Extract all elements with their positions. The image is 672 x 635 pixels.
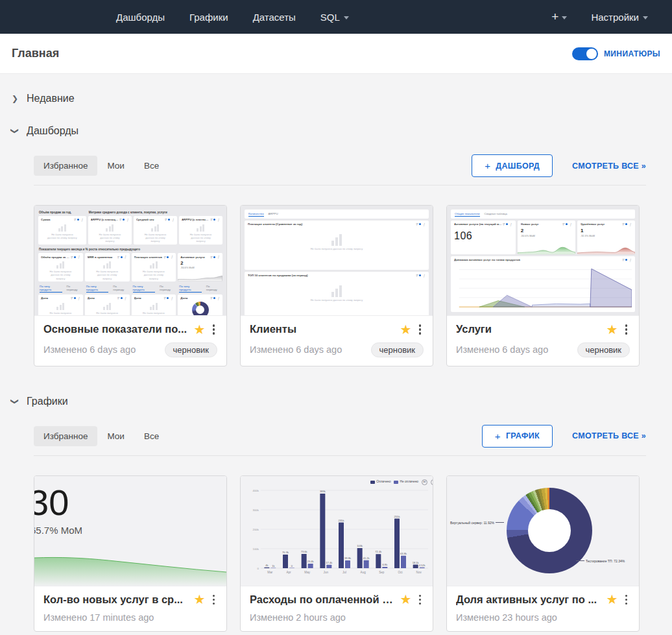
chart-card-title[interactable]: Кол-во новых услуг в ср... xyxy=(43,593,187,606)
svg-text:Oct: Oct xyxy=(398,571,403,574)
kebab-icon xyxy=(217,296,220,300)
card-menu-button[interactable] xyxy=(416,322,424,337)
nav-item-charts[interactable]: Графики xyxy=(177,12,241,23)
svg-text:0: 0 xyxy=(291,564,293,568)
card-menu-button[interactable] xyxy=(623,322,630,337)
settings-menu-button[interactable]: Настройки xyxy=(579,12,660,23)
bar-chart-legend: Оплачено Не оплачено All xyxy=(370,479,433,485)
favorite-star-icon[interactable]: ★ xyxy=(606,323,618,336)
modified-label: Изменено 6 days ago xyxy=(250,344,342,355)
chart-card-services-share: Виртуальный сервер: 11.92% Тестирование … xyxy=(446,475,640,632)
new-chart-button[interactable]: + ГРАФИК xyxy=(482,425,553,448)
favorite-star-icon[interactable]: ★ xyxy=(194,323,206,336)
section-recent-header[interactable]: Недавние xyxy=(12,91,660,106)
new-item-menu-button[interactable]: + xyxy=(545,10,573,24)
dashboard-thumbnail[interactable]: Общие показателиСводная таблица Активные… xyxy=(447,206,639,316)
favorite-star-icon[interactable]: ★ xyxy=(606,593,618,606)
tab-dashboards-mine[interactable]: Мои xyxy=(97,156,134,176)
filter-icon xyxy=(71,296,73,300)
kebab-icon xyxy=(171,218,174,222)
dot-icon xyxy=(213,219,215,221)
big-number-value: 30 xyxy=(34,483,226,523)
mini-tile: Сумма Не было получено данных по этому з… xyxy=(38,216,86,245)
tab-dashboards-all[interactable]: Все xyxy=(134,156,169,176)
mini-tile: Доля Не было получено данных по этому за… xyxy=(85,294,130,316)
chevron-down-icon xyxy=(344,16,349,19)
mini-donut-chart xyxy=(192,302,209,316)
mini-kpi-tile: Активные услуги (на текущий момент) 106 xyxy=(451,221,516,254)
legend-swatch xyxy=(394,481,398,484)
filter-icon xyxy=(210,256,212,259)
mini-panel: Платящие клиенты (Сравнение за год) Не б… xyxy=(245,221,429,270)
card-menu-button[interactable] xyxy=(210,593,218,607)
green-sparkline xyxy=(518,245,575,254)
tab-dashboards-favorite[interactable]: Избранное xyxy=(34,156,97,176)
mini-tile: Средний чек Не было получено данных по э… xyxy=(134,216,177,245)
section-charts-header[interactable]: Графики xyxy=(12,394,660,409)
see-all-dashboards-link[interactable]: СМОТРЕТЬ ВСЕ » xyxy=(572,162,646,171)
section-dashboards-header[interactable]: Дашборды xyxy=(12,123,660,139)
chart-card-title[interactable]: Доля активных услуг по ... xyxy=(456,593,600,606)
favorite-star-icon[interactable]: ★ xyxy=(400,323,412,336)
dot-icon xyxy=(419,223,421,225)
dashboard-card-title[interactable]: Основные показатели по... xyxy=(43,323,187,335)
favorite-star-icon[interactable]: ★ xyxy=(400,593,412,606)
bar-chart-svg: 0100k200k300k400kMar4k1kApr70.3k0May73.6… xyxy=(244,480,431,582)
filter-icon xyxy=(163,256,165,259)
nav-item-sql[interactable]: SQL xyxy=(308,12,361,23)
card-menu-button[interactable] xyxy=(210,322,218,337)
dot-icon xyxy=(625,259,627,261)
dashboard-thumbnail[interactable]: Объём продаж за год, Сумма Не было получ… xyxy=(34,206,226,316)
filter-icon xyxy=(503,222,505,226)
dot-icon xyxy=(77,219,79,221)
svg-text:200k: 200k xyxy=(252,527,259,531)
svg-text:41.2k: 41.2k xyxy=(363,556,370,559)
svg-text:Aug: Aug xyxy=(361,571,366,574)
dashboard-card-title[interactable]: Услуги xyxy=(456,323,600,335)
green-area-chart xyxy=(34,552,226,586)
empty-chart-icon xyxy=(331,285,342,297)
mini-tile: MRR в сравнении Не было получено данных … xyxy=(85,253,130,282)
nav-item-datasets[interactable]: Датасеты xyxy=(241,12,308,23)
svg-text:383k: 383k xyxy=(320,490,326,493)
tab-charts-favorite[interactable]: Избранное xyxy=(34,426,97,446)
svg-text:Mar: Mar xyxy=(267,571,272,574)
divider xyxy=(34,185,646,186)
kebab-icon xyxy=(126,218,129,222)
chevron-down-icon xyxy=(12,127,18,135)
tab-charts-mine[interactable]: Мои xyxy=(97,426,134,446)
svg-text:4k: 4k xyxy=(265,563,269,566)
mini-tile-donut: Доля xyxy=(178,294,222,316)
dashboard-thumbnail[interactable]: КоличествоARPPU Платящие клиенты (Сравне… xyxy=(241,206,433,316)
chart-thumbnail[interactable]: Виртуальный сервер: 11.92% Тестирование … xyxy=(447,476,639,586)
plus-icon: + xyxy=(495,431,501,442)
chart-thumbnail[interactable]: Оплачено Не оплачено All 0100k200k300k40… xyxy=(241,476,433,586)
kebab-icon xyxy=(170,296,173,300)
dot-icon xyxy=(419,274,421,276)
see-all-charts-link[interactable]: СМОТРЕТЬ ВСЕ » xyxy=(572,431,646,440)
svg-text:May: May xyxy=(304,571,310,574)
page-title: Главная xyxy=(12,47,59,60)
dot-icon xyxy=(74,256,76,258)
thumbnails-toggle[interactable] xyxy=(572,47,598,60)
tab-charts-all[interactable]: Все xyxy=(134,426,169,446)
chart-thumbnail[interactable]: 30 65.7% MoM xyxy=(34,476,226,586)
empty-chart-icon xyxy=(56,303,64,310)
dashboard-card-title[interactable]: Клиенты xyxy=(250,323,394,335)
dot-icon xyxy=(625,223,627,225)
kebab-icon xyxy=(77,255,80,259)
card-menu-button[interactable] xyxy=(416,593,424,607)
new-dashboard-button[interactable]: + ДАШБОРД xyxy=(472,154,553,177)
chart-card-title[interactable]: Расходы по оплаченной /... xyxy=(250,593,394,606)
nav-item-dashboards[interactable]: Дашборды xyxy=(104,12,177,23)
card-menu-button[interactable] xyxy=(623,593,630,607)
empty-chart-icon xyxy=(58,224,66,232)
favorite-star-icon[interactable]: ★ xyxy=(194,593,206,606)
dashboard-card-main-kpis: Объём продаж за год, Сумма Не было получ… xyxy=(34,205,227,366)
kebab-icon xyxy=(170,255,173,259)
modified-label: Изменено 17 minutes ago xyxy=(43,612,154,623)
filter-icon xyxy=(117,296,119,300)
plus-icon: + xyxy=(485,160,490,171)
status-badge: черновик xyxy=(577,342,630,357)
svg-text:0: 0 xyxy=(258,566,259,569)
